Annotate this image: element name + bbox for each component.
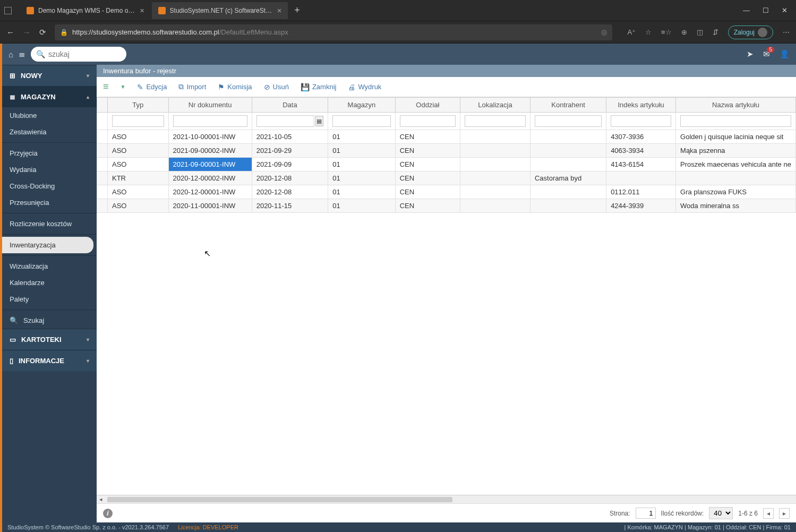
reader-icon[interactable]: A⁺ [627, 28, 636, 36]
back-icon[interactable]: ← [6, 28, 14, 37]
collections-icon[interactable]: ⊕ [681, 28, 687, 36]
browser-tab[interactable]: Demo Magazyn WMS - Demo o… × [20, 2, 151, 19]
close-window-icon[interactable]: ✕ [782, 6, 788, 14]
favorite-icon[interactable]: ☆ [645, 28, 652, 36]
maximize-icon[interactable]: ☐ [763, 6, 769, 14]
browser-tab-strip: Demo Magazyn WMS - Demo o… × StudioSyste… [0, 0, 796, 21]
tracking-icon[interactable]: ◎ [601, 28, 607, 36]
sync-icon[interactable]: ⇵ [713, 28, 718, 36]
reload-icon[interactable]: ⟳ [39, 28, 46, 37]
url-field[interactable]: 🔒 https://studiosystemdemo.softwarestudi… [55, 24, 612, 40]
forward-icon[interactable]: → [23, 28, 31, 37]
favicon-icon [158, 7, 166, 14]
new-tab-button[interactable]: + [289, 5, 305, 16]
address-bar: ← → ⟳ 🔒 https://studiosystemdemo.softwar… [0, 21, 796, 44]
login-label: Zaloguj [734, 29, 755, 36]
menu-icon[interactable]: ⋯ [783, 28, 790, 36]
browser-tab-active[interactable]: StudioSystem.NET (c) SoftwareSt… × [152, 2, 288, 19]
avatar-icon [758, 28, 767, 37]
close-icon[interactable]: × [277, 6, 281, 15]
login-button[interactable]: Zaloguj [728, 25, 773, 39]
close-icon[interactable]: × [140, 6, 144, 15]
tab-preview-icon[interactable] [4, 7, 12, 14]
favorites-bar-icon[interactable]: ≡☆ [661, 28, 672, 36]
url-text: https://studiosystemdemo.softwarestudio.… [72, 28, 288, 36]
favicon-icon [27, 7, 34, 14]
lock-icon: 🔒 [60, 29, 68, 36]
tab-label: StudioSystem.NET (c) SoftwareSt… [170, 7, 272, 14]
tab-label: Demo Magazyn WMS - Demo o… [38, 7, 134, 14]
window-controls: — ☐ ✕ [743, 6, 792, 14]
minimize-icon[interactable]: — [743, 6, 750, 14]
extensions-icon[interactable]: ◫ [697, 28, 703, 36]
